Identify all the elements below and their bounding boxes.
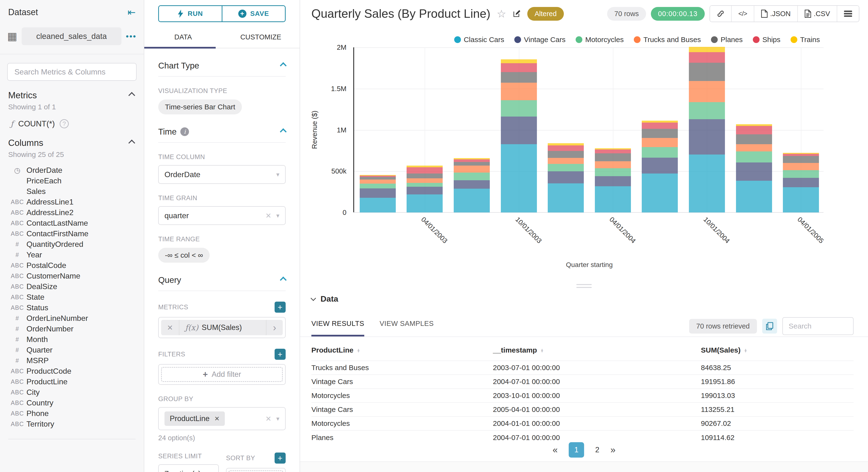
- run-button[interactable]: RUN: [159, 6, 222, 21]
- bar-segment[interactable]: [407, 165, 443, 167]
- time-grain-select[interactable]: quarter ✕ ▾: [158, 206, 286, 225]
- viz-type-value[interactable]: Time-series Bar Chart: [158, 99, 242, 115]
- column-item[interactable]: #Year: [8, 249, 135, 260]
- column-item[interactable]: ABCPostalCode: [8, 260, 135, 271]
- legend-item[interactable]: Vintage Cars: [514, 36, 565, 44]
- remove-metric-icon[interactable]: ✕: [161, 320, 179, 335]
- column-header[interactable]: ProductLine▲▼: [311, 343, 493, 361]
- bar-segment[interactable]: [407, 174, 443, 178]
- bar-segment[interactable]: [783, 156, 819, 163]
- bar-segment[interactable]: [360, 180, 396, 184]
- legend-item[interactable]: Motorcycles: [576, 36, 624, 44]
- embed-code-button[interactable]: </>: [732, 6, 754, 22]
- bar-segment[interactable]: [689, 155, 725, 213]
- bar-segment[interactable]: [407, 183, 443, 187]
- pagination-next[interactable]: »: [611, 445, 616, 455]
- bar-segment[interactable]: [689, 119, 725, 155]
- resize-handle[interactable]: [576, 284, 592, 290]
- export-json-button[interactable]: .JSON: [754, 6, 798, 22]
- column-item[interactable]: PriceEach: [8, 176, 135, 186]
- legend-item[interactable]: Trains: [790, 36, 820, 44]
- column-item[interactable]: ABCAddressLine2: [8, 207, 135, 218]
- bar-segment[interactable]: [689, 81, 725, 102]
- bar-segment[interactable]: [736, 126, 772, 134]
- column-item[interactable]: ABCCity: [8, 387, 135, 398]
- chevron-up-icon[interactable]: [128, 92, 135, 99]
- export-csv-button[interactable]: .CSV: [798, 6, 837, 22]
- bar-segment[interactable]: [642, 121, 678, 123]
- bar-segment[interactable]: [642, 158, 678, 174]
- bar-segment[interactable]: [689, 102, 725, 119]
- bar-segment[interactable]: [501, 100, 537, 117]
- metric-item[interactable]: ƒ COUNT(*) ?: [10, 119, 135, 128]
- bar-segment[interactable]: [454, 162, 490, 165]
- bar-segment[interactable]: [501, 72, 537, 83]
- legend-item[interactable]: Trucks and Buses: [634, 36, 701, 44]
- bar-segment[interactable]: [548, 183, 584, 213]
- save-button[interactable]: + SAVE: [222, 6, 285, 21]
- favorite-star-icon[interactable]: ☆: [497, 8, 506, 20]
- bar-segment[interactable]: [407, 194, 443, 213]
- bar-segment[interactable]: [501, 117, 537, 144]
- add-metric-dropzone[interactable]: + Add metric: [228, 470, 283, 472]
- column-item[interactable]: ABCDealSize: [8, 281, 135, 292]
- bar-segment[interactable]: [454, 172, 490, 180]
- edit-title-icon[interactable]: [513, 9, 521, 18]
- bar-segment[interactable]: [548, 171, 584, 183]
- column-item[interactable]: #MSRP: [8, 355, 135, 366]
- bar-segment[interactable]: [783, 154, 819, 156]
- bar-segment[interactable]: [736, 134, 772, 144]
- bar-segment[interactable]: [360, 198, 396, 213]
- column-header[interactable]: SUM(Sales)▲▼: [701, 343, 854, 361]
- bar-segment[interactable]: [360, 188, 396, 198]
- bar-segment[interactable]: [360, 177, 396, 180]
- bar-segment[interactable]: [736, 181, 772, 213]
- bar-segment[interactable]: [736, 151, 772, 163]
- bar-segment[interactable]: [548, 164, 584, 171]
- bar-segment[interactable]: [783, 170, 819, 178]
- bar-segment[interactable]: [595, 153, 631, 161]
- chevron-up-icon[interactable]: [280, 128, 287, 135]
- column-item[interactable]: #Quarter: [8, 345, 135, 355]
- metric-pill[interactable]: ✕ ƒ(x) SUM(Sales) ›: [161, 320, 283, 335]
- bar-segment[interactable]: [548, 143, 584, 146]
- altered-badge[interactable]: Altered: [527, 7, 564, 21]
- tab-data[interactable]: DATA: [144, 33, 222, 48]
- column-item[interactable]: #OrderNumber: [8, 323, 135, 334]
- bar-segment[interactable]: [501, 144, 537, 213]
- column-item[interactable]: ABCAddressLine1: [8, 197, 135, 207]
- menu-button[interactable]: [837, 6, 859, 22]
- column-item[interactable]: #QuantityOrdered: [8, 239, 135, 249]
- copy-link-button[interactable]: [710, 6, 732, 22]
- column-item[interactable]: ABCCountry: [8, 398, 135, 408]
- time-column-select[interactable]: OrderDate ▾: [158, 165, 286, 184]
- legend-item[interactable]: Planes: [711, 36, 743, 44]
- add-sort-metric-button[interactable]: +: [275, 452, 286, 464]
- column-item[interactable]: ABCTerritory: [8, 419, 135, 429]
- column-item[interactable]: ABCStatus: [8, 302, 135, 313]
- column-item[interactable]: ABCContactLastName: [8, 218, 135, 228]
- copy-data-button[interactable]: [762, 319, 777, 334]
- column-item[interactable]: ◷OrderDate: [8, 165, 135, 176]
- results-search-input[interactable]: [782, 317, 854, 335]
- bar-segment[interactable]: [454, 159, 490, 162]
- pagination-page[interactable]: 1: [569, 442, 584, 458]
- group-by-select[interactable]: ProductLine ✕ ✕ ▾: [158, 407, 286, 430]
- bar-segment[interactable]: [501, 63, 537, 72]
- bar-segment[interactable]: [407, 167, 443, 174]
- bar-segment[interactable]: [642, 138, 678, 147]
- bar-segment[interactable]: [501, 83, 537, 100]
- series-limit-select[interactable]: 7 option(s) ▾: [158, 464, 219, 472]
- bar-segment[interactable]: [454, 165, 490, 172]
- bar-segment[interactable]: [689, 52, 725, 63]
- column-item[interactable]: Sales: [8, 186, 135, 197]
- chevron-down-icon[interactable]: [311, 295, 316, 301]
- add-filter-button[interactable]: +: [275, 349, 286, 360]
- bar-segment[interactable]: [548, 158, 584, 164]
- search-metrics-input[interactable]: [7, 63, 136, 81]
- time-range-value[interactable]: -∞ ≤ col < ∞: [158, 248, 210, 263]
- bar-segment[interactable]: [595, 168, 631, 177]
- bar-segment[interactable]: [642, 147, 678, 158]
- bar-segment[interactable]: [642, 123, 678, 129]
- column-item[interactable]: #OrderLineNumber: [8, 313, 135, 323]
